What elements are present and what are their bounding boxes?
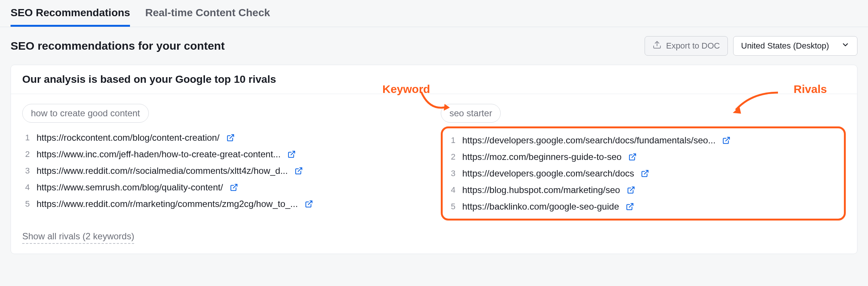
rival-url: https://www.reddit.com/r/marketing/comme… <box>37 199 298 209</box>
external-link-icon[interactable] <box>641 169 649 178</box>
external-link-icon[interactable] <box>295 167 303 175</box>
list-item: 4 https://www.semrush.com/blog/quality-c… <box>22 179 427 196</box>
chevron-down-icon <box>841 41 850 51</box>
keyword-column-2: Keyword Rivals seo starter 1 <box>441 104 846 221</box>
rival-url: https://www.reddit.com/r/socialmedia/com… <box>37 166 288 176</box>
external-link-icon[interactable] <box>226 134 235 142</box>
svg-line-7 <box>632 154 636 158</box>
region-select[interactable]: United States (Desktop) <box>733 36 857 56</box>
tab-realtime-content-check[interactable]: Real-time Content Check <box>145 7 270 27</box>
list-item: 5 https://www.reddit.com/r/marketing/com… <box>22 196 427 212</box>
rivals-highlight-box: 1 https://developers.google.com/search/d… <box>441 126 846 221</box>
page-title: SEO recommendations for your content <box>11 40 225 52</box>
list-item: 3 https://developers.google.com/search/d… <box>448 165 839 182</box>
rival-list-2: 1 https://developers.google.com/search/d… <box>448 132 839 215</box>
card-header: Our analysis is based on your Google top… <box>11 65 857 94</box>
svg-line-8 <box>644 170 648 174</box>
svg-line-6 <box>726 137 730 141</box>
svg-line-10 <box>629 204 633 207</box>
keyword-pill[interactable]: how to create good content <box>22 104 149 123</box>
list-number: 4 <box>448 185 455 195</box>
analysis-card: Our analysis is based on your Google top… <box>11 65 857 254</box>
list-item: 4 https://blog.hubspot.com/marketing/seo <box>448 182 839 198</box>
list-number: 3 <box>448 169 455 178</box>
svg-line-1 <box>230 135 234 138</box>
rival-url: https://developers.google.com/search/doc… <box>462 168 634 179</box>
list-item: 3 https://www.reddit.com/r/socialmedia/c… <box>22 163 427 179</box>
upload-icon <box>653 40 662 52</box>
list-number: 2 <box>22 149 30 159</box>
list-item: 2 https://moz.com/beginners-guide-to-seo <box>448 149 839 165</box>
rival-url: https://www.semrush.com/blog/quality-con… <box>37 182 223 193</box>
svg-line-2 <box>291 151 295 155</box>
rival-list-1: 1 https://rockcontent.com/blog/content-c… <box>22 129 427 212</box>
rival-url: https://developers.google.com/search/doc… <box>462 135 715 146</box>
list-item: 1 https://rockcontent.com/blog/content-c… <box>22 129 427 146</box>
export-button-label: Export to DOC <box>666 41 720 51</box>
tab-bar: SEO Recommendations Real-time Content Ch… <box>0 0 868 27</box>
region-select-label: United States (Desktop) <box>741 41 829 51</box>
external-link-icon[interactable] <box>627 186 635 194</box>
tab-seo-recommendations[interactable]: SEO Recommendations <box>11 7 130 27</box>
show-all-rivals-link[interactable]: Show all rivals (2 keywords) <box>22 231 134 244</box>
list-item: 2 https://www.inc.com/jeff-haden/how-to-… <box>22 146 427 163</box>
list-item: 5 https://backlinko.com/google-seo-guide <box>448 198 839 215</box>
external-link-icon[interactable] <box>230 183 238 192</box>
external-link-icon[interactable] <box>287 150 296 158</box>
list-number: 1 <box>22 133 30 143</box>
export-button[interactable]: Export to DOC <box>645 36 728 56</box>
rival-url: https://www.inc.com/jeff-haden/how-to-cr… <box>37 149 281 160</box>
svg-line-9 <box>630 187 634 191</box>
svg-line-3 <box>298 168 302 172</box>
external-link-icon[interactable] <box>626 202 634 211</box>
list-number: 1 <box>448 135 455 145</box>
keyword-column-1: how to create good content 1 https://roc… <box>22 104 427 221</box>
svg-line-4 <box>233 184 237 188</box>
list-item: 1 https://developers.google.com/search/d… <box>448 132 839 149</box>
rival-url: https://rockcontent.com/blog/content-cre… <box>37 132 220 143</box>
list-number: 4 <box>22 183 30 192</box>
list-number: 5 <box>448 202 455 211</box>
rival-url: https://blog.hubspot.com/marketing/seo <box>462 185 620 195</box>
external-link-icon[interactable] <box>305 200 313 208</box>
list-number: 5 <box>22 199 30 209</box>
rival-url: https://backlinko.com/google-seo-guide <box>462 201 619 212</box>
keyword-pill[interactable]: seo starter <box>441 104 501 123</box>
svg-line-5 <box>308 201 312 205</box>
list-number: 2 <box>448 152 455 162</box>
rival-url: https://moz.com/beginners-guide-to-seo <box>462 152 622 162</box>
list-number: 3 <box>22 166 30 176</box>
external-link-icon[interactable] <box>722 136 730 145</box>
external-link-icon[interactable] <box>628 153 637 161</box>
